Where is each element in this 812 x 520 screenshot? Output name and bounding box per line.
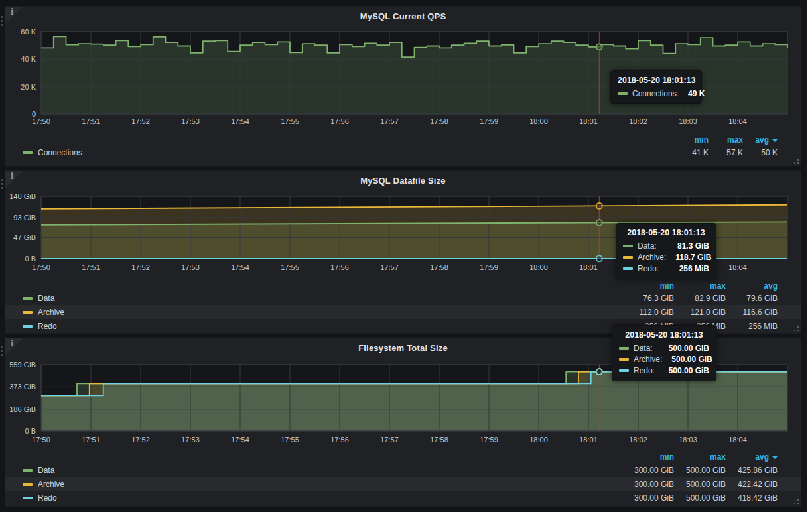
- legend-row: Archive 112.0 GiB 121.0 GiB 116.6 GiB: [5, 305, 801, 319]
- graph-tooltip: 2018-05-20 18:01:13 Data: 500.00 GiB Arc…: [612, 325, 716, 381]
- legend-sort-avg[interactable]: avg: [743, 135, 778, 145]
- svg-text:0 B: 0 B: [25, 255, 36, 263]
- svg-text:40 K: 40 K: [21, 55, 36, 63]
- tooltip-series-value: 81.3 GiB: [668, 241, 709, 251]
- panel-resize-handle[interactable]: [791, 157, 799, 164]
- svg-text:17:59: 17:59: [480, 436, 498, 444]
- series-color-dash: [23, 311, 33, 314]
- legend-sort-avg[interactable]: avg: [726, 281, 778, 291]
- legend-sort-min[interactable]: min: [622, 452, 674, 462]
- tooltip-timestamp: 2018-05-20 18:01:13: [623, 228, 709, 237]
- svg-text:373 GiB: 373 GiB: [9, 383, 36, 391]
- svg-text:18:00: 18:00: [529, 436, 548, 444]
- tooltip-series-row: Archive: 500.00 GiB: [619, 355, 709, 364]
- panel-resize-handle[interactable]: [791, 324, 799, 332]
- svg-text:17:55: 17:55: [281, 263, 299, 271]
- svg-text:17:59: 17:59: [480, 263, 498, 271]
- series-color-dash: [23, 325, 33, 328]
- legend: min max avg Data 300.00 GiB 500.00 GiB 4…: [5, 452, 801, 504]
- tooltip-series-value: 49 K: [679, 89, 705, 98]
- series-name[interactable]: Archive: [38, 308, 64, 317]
- legend-header-row: min max avg: [622, 281, 778, 291]
- series-color-dash: [619, 369, 629, 372]
- legend-min-value: 76.3 GiB: [622, 294, 674, 303]
- tooltip-series-label: Redo:: [634, 366, 655, 375]
- svg-text:17:58: 17:58: [430, 436, 448, 444]
- legend-sort-min[interactable]: min: [674, 135, 709, 145]
- legend-max-value: 500.00 GiB: [674, 480, 726, 489]
- series-color-dash: [23, 297, 33, 300]
- sort-caret-icon: [772, 456, 778, 459]
- svg-text:17:52: 17:52: [131, 436, 150, 444]
- tooltip-series-value: 500.00 GiB: [659, 366, 709, 375]
- row-drag-handle[interactable]: [1, 179, 4, 191]
- legend: min max avg Connections 41 K 57 K 50 K: [5, 135, 801, 163]
- legend-sort-max[interactable]: max: [674, 452, 726, 462]
- legend-row: Connections 41 K 57 K 50 K: [5, 145, 801, 159]
- svg-text:18:01: 18:01: [579, 436, 598, 444]
- row-drag-handle[interactable]: [1, 346, 4, 358]
- panel-resize-handle[interactable]: [791, 497, 799, 505]
- series-color-dash: [23, 151, 33, 154]
- series-name[interactable]: Connections: [38, 148, 82, 157]
- series-color-dash: [618, 92, 628, 95]
- svg-text:17:56: 17:56: [330, 117, 349, 125]
- tooltip-series-label: Data:: [638, 241, 657, 251]
- svg-text:17:50: 17:50: [32, 263, 50, 271]
- svg-text:17:57: 17:57: [380, 263, 399, 271]
- legend-avg-value: 79.6 GiB: [726, 294, 778, 303]
- series-name[interactable]: Redo: [38, 493, 57, 503]
- legend-sort-avg-label: avg: [755, 135, 769, 145]
- tooltip-series-row: Redo: 256 MiB: [623, 264, 709, 273]
- legend-sort-max[interactable]: max: [709, 135, 743, 145]
- legend-max-value: 500.00 GiB: [674, 493, 726, 503]
- series-name[interactable]: Archive: [38, 480, 64, 489]
- svg-text:18:01: 18:01: [579, 263, 598, 271]
- legend-row: Data 300.00 GiB 500.00 GiB 425.86 GiB: [5, 463, 801, 477]
- svg-text:17:50: 17:50: [32, 436, 50, 444]
- sort-caret-icon: [772, 139, 778, 142]
- svg-text:17:53: 17:53: [181, 117, 200, 125]
- svg-text:18:00: 18:00: [529, 263, 548, 271]
- tooltip-timestamp: 2018-05-20 18:01:13: [618, 76, 695, 85]
- svg-text:17:57: 17:57: [380, 117, 399, 125]
- series-name[interactable]: Data: [38, 294, 54, 303]
- svg-text:18:04: 18:04: [728, 436, 747, 444]
- legend-row: Data 76.3 GiB 82.9 GiB 79.6 GiB: [5, 291, 801, 305]
- series-color-dash: [623, 245, 633, 247]
- legend-sort-max[interactable]: max: [674, 281, 726, 291]
- svg-text:186 GiB: 186 GiB: [9, 405, 36, 413]
- row-drag-handle[interactable]: [1, 16, 4, 28]
- svg-text:17:58: 17:58: [430, 117, 448, 125]
- legend-max-value: 121.0 GiB: [674, 308, 726, 317]
- svg-text:17:54: 17:54: [231, 436, 249, 444]
- legend-max-value: 82.9 GiB: [674, 294, 726, 303]
- legend-sort-avg[interactable]: avg: [726, 452, 778, 462]
- tooltip-series-value: 500.00 GiB: [659, 344, 709, 353]
- series-name[interactable]: Data: [38, 466, 54, 475]
- svg-text:559 GiB: 559 GiB: [9, 361, 36, 369]
- series-name[interactable]: Redo: [38, 322, 57, 331]
- tooltip-timestamp: 2018-05-20 18:01:13: [619, 330, 709, 340]
- legend-sort-min[interactable]: min: [622, 281, 674, 291]
- svg-text:17:53: 17:53: [181, 436, 200, 444]
- svg-text:17:59: 17:59: [480, 117, 498, 125]
- svg-text:18:00: 18:00: [529, 117, 548, 125]
- svg-text:0: 0: [32, 110, 36, 118]
- svg-text:17:57: 17:57: [380, 436, 399, 444]
- tooltip-series-label: Data:: [634, 344, 653, 353]
- svg-text:18:02: 18:02: [629, 117, 647, 125]
- legend-avg-value: 116.6 GiB: [726, 308, 778, 317]
- svg-text:17:50: 17:50: [32, 117, 50, 125]
- svg-text:17:55: 17:55: [281, 117, 299, 125]
- legend-min-value: 300.00 GiB: [622, 480, 674, 489]
- screenshot-stage: i MySQL Current QPS 17:5017:5117:5217:53…: [0, 0, 812, 520]
- svg-text:18:01: 18:01: [579, 117, 598, 125]
- svg-text:17:52: 17:52: [131, 117, 150, 125]
- svg-text:93 GiB: 93 GiB: [13, 214, 36, 222]
- legend-avg-value: 50 K: [743, 148, 778, 157]
- qps-timeseries-chart[interactable]: 17:5017:5117:5217:5317:5417:5517:5617:57…: [5, 7, 801, 131]
- svg-text:47 GiB: 47 GiB: [13, 233, 36, 241]
- svg-text:18:02: 18:02: [629, 436, 647, 444]
- legend-avg-value: 425.86 GiB: [726, 466, 778, 475]
